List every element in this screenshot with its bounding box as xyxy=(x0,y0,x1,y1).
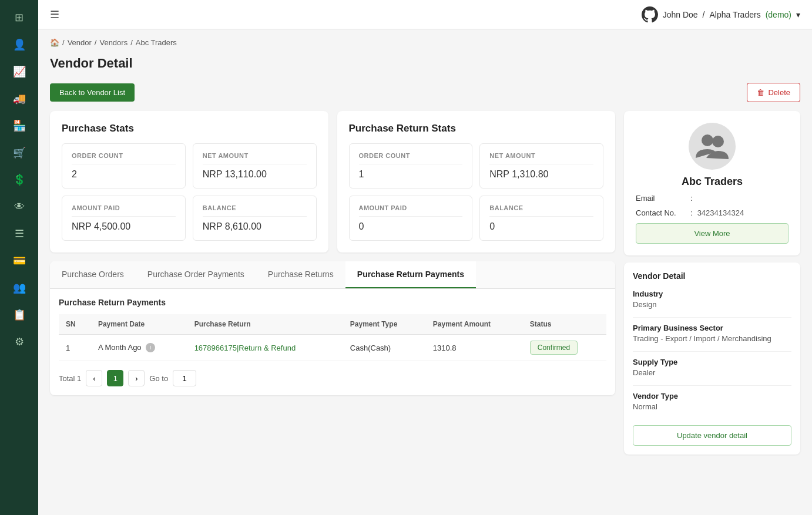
vendor-avatar xyxy=(689,123,736,170)
goto-label: Go to xyxy=(149,374,168,383)
page-header: Vendor Detail xyxy=(50,56,800,74)
col-payment-amount: Payment Amount xyxy=(426,314,523,335)
demo-badge: (demo) xyxy=(766,10,791,19)
table-header-row: SN Payment Date Purchase Return Payment … xyxy=(59,314,606,335)
pagination: Total 1 ‹ 1 › Go to xyxy=(59,370,606,386)
vendor-supply-type-item: Supply Type Dealer xyxy=(633,358,791,377)
topbar: ☰ John Doe / Alpha Traders (demo) ▾ xyxy=(38,0,812,29)
action-bar: Back to Vendor List 🗑 Delete xyxy=(50,83,800,102)
cell-purchase-return: 1678966175|Return & Refund xyxy=(187,335,343,361)
goto-input[interactable] xyxy=(173,370,196,386)
breadcrumb-current: Abc Traders xyxy=(136,38,177,47)
vendor-name: Abc Traders xyxy=(682,176,743,188)
view-more-button[interactable]: View More xyxy=(636,223,788,244)
vendor-contact-value: 34234134324 xyxy=(697,208,744,217)
table-row: 1 A Month Ago i 1678966175|Return & Refu… xyxy=(59,335,606,361)
cell-payment-amount: 1310.8 xyxy=(426,335,523,361)
list-icon[interactable]: ☰ xyxy=(8,222,31,245)
breadcrumb-vendors[interactable]: Vendors xyxy=(99,38,127,47)
content-area: 🏠 / Vendor / Vendors / Abc Traders Vendo… xyxy=(38,29,812,515)
vendor-detail-section-title: Vendor Detail xyxy=(633,271,791,281)
github-icon xyxy=(642,6,658,23)
purchase-stats-title: Purchase Stats xyxy=(62,123,317,134)
user-name: John Doe xyxy=(663,10,698,19)
dollar-icon[interactable]: 💲 xyxy=(8,168,31,191)
vendor-panel: Abc Traders Email : Contact No. : 342341… xyxy=(624,111,800,255)
left-column: Purchase Stats ORDER COUNT 2 NET AMOUNT … xyxy=(50,111,615,506)
trash-icon: 🗑 xyxy=(757,88,764,97)
info-icon[interactable]: i xyxy=(146,343,155,352)
divider-3 xyxy=(633,385,791,386)
basket-icon[interactable]: 🛒 xyxy=(8,141,31,164)
tabs-container: Purchase Orders Purchase Order Payments … xyxy=(50,261,615,395)
svg-point-1 xyxy=(712,136,724,147)
col-purchase-return: Purchase Return xyxy=(187,314,343,335)
users-icon[interactable]: 👤 xyxy=(8,33,31,56)
breadcrumb: 🏠 / Vendor / Vendors / Abc Traders xyxy=(50,38,800,47)
topbar-left: ☰ xyxy=(50,8,59,21)
divider-1 xyxy=(633,317,791,318)
return-balance: BALANCE 0 xyxy=(479,196,603,241)
tab-content: Purchase Return Payments SN Payment Date… xyxy=(50,289,615,395)
next-page-button[interactable]: › xyxy=(128,370,145,386)
company-name: Alpha Traders xyxy=(709,10,760,19)
current-page-button[interactable]: 1 xyxy=(107,370,123,386)
purchase-net-amount: NET AMOUNT NRP 13,110.00 xyxy=(193,143,317,189)
store-icon[interactable]: 🏪 xyxy=(8,114,31,137)
purchase-stats-card: Purchase Stats ORDER COUNT 2 NET AMOUNT … xyxy=(50,111,328,253)
vendor-primary-business-item: Primary Business Sector Trading - Export… xyxy=(633,324,791,343)
breadcrumb-vendor[interactable]: Vendor xyxy=(68,38,92,47)
status-badge: Confirmed xyxy=(530,341,578,355)
cell-payment-date: A Month Ago i xyxy=(91,335,187,361)
vendor-detail-section: Vendor Detail Industry Design Primary Bu… xyxy=(624,262,800,455)
topbar-separator: / xyxy=(703,10,705,19)
purchase-return-stats-title: Purchase Return Stats xyxy=(349,123,604,134)
update-vendor-detail-button[interactable]: Update vendor detail xyxy=(633,425,791,446)
col-payment-type: Payment Type xyxy=(343,314,426,335)
purchase-order-count: ORDER COUNT 2 xyxy=(62,143,186,189)
user-dropdown-icon[interactable]: ▾ xyxy=(796,10,800,19)
truck-icon[interactable]: 🚚 xyxy=(8,87,31,110)
purchase-amount-paid: AMOUNT PAID NRP 4,500.00 xyxy=(62,196,186,241)
tab-purchase-returns[interactable]: Purchase Returns xyxy=(256,261,345,288)
purchase-return-stats-card: Purchase Return Stats ORDER COUNT 1 NET … xyxy=(337,111,616,253)
tab-purchase-order-payments[interactable]: Purchase Order Payments xyxy=(136,261,256,288)
right-column: Abc Traders Email : Contact No. : 342341… xyxy=(624,111,800,506)
tab-purchase-orders[interactable]: Purchase Orders xyxy=(50,261,136,288)
purchase-return-link[interactable]: 1678966175|Return & Refund xyxy=(194,344,296,352)
stats-row: Purchase Stats ORDER COUNT 2 NET AMOUNT … xyxy=(50,111,615,253)
home-icon[interactable]: 🏠 xyxy=(50,38,59,47)
delete-button[interactable]: 🗑 Delete xyxy=(747,83,800,102)
hamburger-icon[interactable]: ☰ xyxy=(50,8,59,21)
back-to-vendor-list-button[interactable]: Back to Vendor List xyxy=(50,83,135,102)
dashboard-icon[interactable]: ⊞ xyxy=(8,6,31,29)
cell-status: Confirmed xyxy=(523,335,606,361)
return-order-count: ORDER COUNT 1 xyxy=(349,143,473,189)
vendor-type-item: Vendor Type Normal xyxy=(633,392,791,411)
main-area: ☰ John Doe / Alpha Traders (demo) ▾ 🏠 / … xyxy=(38,0,812,515)
prev-page-button[interactable]: ‹ xyxy=(86,370,102,386)
col-sn: SN xyxy=(59,314,91,335)
settings-icon[interactable]: ⚙ xyxy=(8,330,31,354)
return-amount-paid: AMOUNT PAID 0 xyxy=(349,196,473,241)
chart-icon[interactable]: 📈 xyxy=(8,60,31,83)
tab-section-title: Purchase Return Payments xyxy=(59,298,606,307)
two-col-layout: Purchase Stats ORDER COUNT 2 NET AMOUNT … xyxy=(50,111,800,506)
eye-icon[interactable]: 👁 xyxy=(8,195,31,218)
svg-point-0 xyxy=(702,134,713,146)
return-net-amount: NET AMOUNT NRP 1,310.80 xyxy=(479,143,603,189)
vendor-email-row: Email : xyxy=(636,194,788,203)
total-count: Total 1 xyxy=(59,374,81,383)
divider-2 xyxy=(633,351,791,352)
tab-purchase-return-payments[interactable]: Purchase Return Payments xyxy=(345,261,476,288)
sidebar: ⊞ 👤 📈 🚚 🏪 🛒 💲 👁 ☰ 💳 👥 📋 ⚙ xyxy=(0,0,38,515)
report-icon[interactable]: 📋 xyxy=(8,303,31,326)
group-icon[interactable]: 👥 xyxy=(8,276,31,299)
purchase-balance: BALANCE NRP 8,610.00 xyxy=(193,196,317,241)
topbar-right: John Doe / Alpha Traders (demo) ▾ xyxy=(642,6,800,23)
col-payment-date: Payment Date xyxy=(91,314,187,335)
card-icon[interactable]: 💳 xyxy=(8,249,31,272)
col-status: Status xyxy=(523,314,606,335)
tabs-header: Purchase Orders Purchase Order Payments … xyxy=(50,261,615,289)
purchase-stats-grid: ORDER COUNT 2 NET AMOUNT NRP 13,110.00 A… xyxy=(62,143,317,241)
